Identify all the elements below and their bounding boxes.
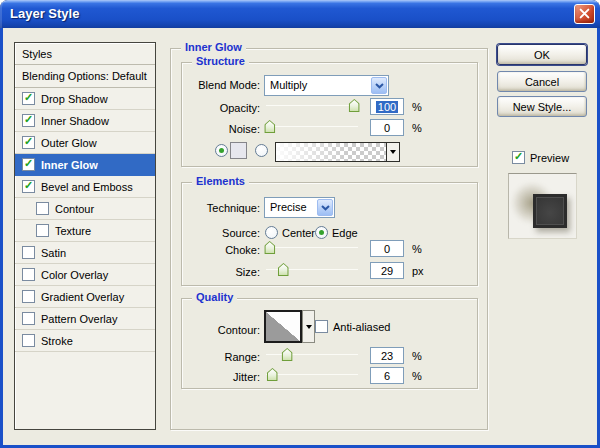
blend-mode-label: Blend Mode: [182, 79, 260, 91]
size-value: 29 [381, 265, 393, 277]
style-preview-thumbnail [508, 173, 577, 239]
range-slider-thumb[interactable] [282, 348, 293, 361]
layer-style-dialog: Layer Style Styles Blending Options: Def… [0, 0, 600, 448]
source-edge-radio[interactable] [315, 226, 328, 239]
opacity-slider[interactable] [266, 99, 358, 113]
sidebar-item[interactable]: Contour [15, 198, 155, 220]
dialog-body: Styles Blending Options: Default Drop Sh… [0, 28, 600, 448]
sidebar-item[interactable]: Drop Shadow [15, 88, 155, 110]
style-checkbox[interactable] [36, 202, 49, 215]
sidebar-item-label: Inner Glow [41, 159, 98, 171]
preview-toggle[interactable]: Preview [512, 151, 569, 164]
sidebar-item-label: Color Overlay [41, 269, 108, 281]
sidebar-item-label: Contour [55, 203, 94, 215]
glow-color-swatch[interactable] [230, 142, 247, 159]
close-button[interactable] [574, 4, 595, 24]
cancel-button[interactable]: Cancel [497, 71, 587, 92]
jitter-slider-thumb[interactable] [267, 368, 278, 381]
color-radio[interactable] [215, 144, 228, 157]
slider-track [266, 247, 358, 248]
size-slider-thumb[interactable] [278, 263, 289, 276]
style-checkbox[interactable] [22, 268, 35, 281]
sidebar-item[interactable]: Stroke [15, 330, 155, 352]
sidebar-item[interactable]: Gradient Overlay [15, 286, 155, 308]
structure-title: Structure [192, 55, 249, 67]
size-slider[interactable] [266, 263, 358, 277]
noise-input[interactable]: 0 [370, 119, 404, 136]
sidebar-item[interactable]: Satin [15, 242, 155, 264]
contour-label: Contour: [182, 324, 260, 336]
style-checkbox[interactable] [22, 312, 35, 325]
technique-select[interactable]: Precise [264, 197, 335, 218]
jitter-label: Jitter: [182, 371, 260, 383]
size-input[interactable]: 29 [370, 262, 404, 279]
style-checkbox[interactable] [36, 224, 49, 237]
gradient-swatch[interactable] [276, 143, 386, 161]
jitter-value: 6 [384, 370, 390, 382]
sidebar-item-label: Satin [41, 247, 66, 259]
style-checkbox[interactable] [22, 114, 35, 127]
size-unit: px [412, 265, 424, 277]
choke-value: 0 [384, 243, 390, 255]
choke-label: Choke: [182, 244, 260, 256]
choke-unit: % [412, 243, 422, 255]
choke-slider-thumb[interactable] [264, 241, 275, 254]
style-checkbox[interactable] [22, 246, 35, 259]
size-label: Size: [182, 266, 260, 278]
slider-track [266, 374, 358, 375]
chevron-down-icon[interactable] [371, 77, 387, 94]
ok-button[interactable]: OK [497, 44, 587, 65]
structure-group: Structure Blend Mode: Multiply Opacity: … [181, 62, 478, 167]
title-bar[interactable]: Layer Style [0, 0, 600, 28]
contour-thumbnail[interactable] [264, 310, 302, 343]
source-center-radio[interactable] [265, 226, 278, 239]
sidebar-item[interactable]: Inner Shadow [15, 110, 155, 132]
style-checkbox[interactable] [22, 158, 35, 171]
jitter-slider[interactable] [266, 368, 358, 382]
sidebar-item-label: Inner Shadow [41, 115, 109, 127]
preview-checkbox[interactable] [512, 151, 525, 164]
new-style-button[interactable]: New Style... [497, 96, 587, 117]
choke-slider[interactable] [266, 241, 358, 255]
sidebar-item[interactable]: Texture [15, 220, 155, 242]
blend-mode-select[interactable]: Multiply [264, 75, 389, 96]
source-center-label[interactable]: Center [282, 227, 315, 239]
contour-dropdown-arrow-icon[interactable] [302, 310, 315, 343]
source-edge-label[interactable]: Edge [332, 227, 358, 239]
gradient-picker[interactable] [275, 142, 400, 162]
style-checkbox[interactable] [22, 92, 35, 105]
sidebar-item[interactable]: Outer Glow [15, 132, 155, 154]
source-label: Source: [182, 227, 260, 239]
gradient-dropdown-arrow-icon[interactable] [386, 143, 399, 161]
sidebar-item[interactable]: Color Overlay [15, 264, 155, 286]
style-checkbox[interactable] [22, 334, 35, 347]
sidebar-item[interactable]: Bevel and Emboss [15, 176, 155, 198]
noise-unit: % [412, 122, 422, 134]
noise-slider[interactable] [266, 120, 358, 134]
ok-button-label: OK [534, 49, 550, 61]
range-slider[interactable] [266, 348, 358, 362]
sidebar-item[interactable]: Inner Glow [15, 154, 155, 176]
gradient-radio[interactable] [255, 144, 268, 157]
sidebar-item-blending-options[interactable]: Blending Options: Default [15, 65, 155, 88]
opacity-slider-thumb[interactable] [349, 99, 360, 112]
range-unit: % [412, 350, 422, 362]
style-checkbox[interactable] [22, 136, 35, 149]
antialiased-checkbox[interactable] [315, 320, 328, 333]
noise-slider-thumb[interactable] [264, 120, 275, 133]
jitter-input[interactable]: 6 [370, 367, 404, 384]
style-checkbox[interactable] [22, 180, 35, 193]
opacity-input[interactable]: 100 [370, 98, 404, 115]
sidebar-item-label: Bevel and Emboss [41, 181, 133, 193]
sidebar-item-label: Outer Glow [41, 137, 97, 149]
range-input[interactable]: 23 [370, 347, 404, 364]
noise-label: Noise: [182, 123, 260, 135]
choke-input[interactable]: 0 [370, 240, 404, 257]
chevron-down-icon[interactable] [317, 199, 333, 216]
preview-square [533, 194, 567, 228]
styles-list-header: Styles [15, 43, 155, 65]
antialiased-label[interactable]: Anti-aliased [333, 321, 390, 333]
style-checkbox[interactable] [22, 290, 35, 303]
sidebar-item[interactable]: Pattern Overlay [15, 308, 155, 330]
slider-track [266, 126, 358, 127]
